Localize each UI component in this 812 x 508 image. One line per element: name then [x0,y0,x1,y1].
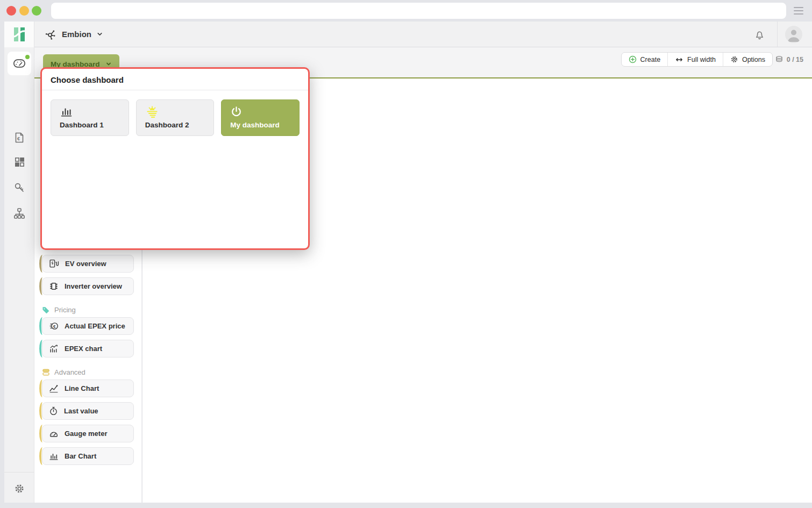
nav-sidebar: € [4,47,34,503]
tag-icon [42,306,50,314]
sidebar-item-dashboard[interactable] [8,52,31,75]
choose-dashboard-dialog: Choose dashboard Dashboard 1 Dashboard 2… [40,67,310,250]
widget-accent [39,380,46,397]
window-minimize-button[interactable] [19,6,29,16]
dashboard-options: Dashboard 1 Dashboard 2 My dashboard [42,90,308,145]
sidebar-item-widgets[interactable] [4,156,34,168]
header-divider [777,22,778,47]
widget-count: 0 / 15 [775,55,803,63]
sitemap-icon [13,207,26,220]
widget-accent [39,277,46,295]
bar-chart-icon [49,452,59,461]
window-zoom-button[interactable] [32,6,41,16]
org-name: Embion [62,30,91,39]
power-icon [230,106,243,118]
widget-section-pricing: Pricing [42,306,134,314]
toolbar-button-group: Create Full width Options [621,52,773,67]
widget-item-ev-overview[interactable]: EV overview [42,255,134,273]
price-chart-icon [49,344,59,353]
h-logo-icon [12,26,27,42]
browser-titlebar [0,0,812,22]
sidebar-item-billing[interactable]: € [4,131,34,144]
widget-accent [39,425,46,442]
full-width-button[interactable]: Full width [668,53,723,66]
dashboard-option-2[interactable]: Dashboard 2 [136,99,215,136]
arrows-horizontal-icon [675,56,683,63]
widget-count-label: 0 / 15 [787,56,803,63]
widget-item-label: EPEX chart [65,345,102,353]
dialog-title: Choose dashboard [42,69,308,90]
widget-item-label: Bar Chart [65,452,96,460]
sidebar-item-access[interactable] [4,181,34,194]
widget-accent [39,402,46,420]
sidebar-item-settings[interactable] [4,482,34,495]
widget-item-label: EV overview [65,260,106,268]
widget-item-label: Last value [64,407,98,415]
widget-item-label: Actual EPEX price [65,322,125,330]
dashboard-option-label: Dashboard 2 [145,121,205,129]
inverter-chip-icon [49,282,59,291]
speedometer-icon [12,56,26,70]
bar-chart-icon [60,106,73,118]
widget-item-gauge-meter[interactable]: Gauge meter [42,425,134,442]
sidebar-divider [4,472,34,473]
chevron-down-icon [105,61,112,67]
ev-charger-icon [49,259,59,268]
widget-item-label: Inverter overview [65,282,122,290]
app-logo[interactable] [4,22,34,47]
svg-text:€: € [53,324,56,329]
widget-accent [39,255,46,273]
avatar-icon [785,26,802,43]
stack-icon [775,55,783,63]
gauge-icon [49,429,59,438]
layers-icon [42,368,50,376]
key-icon [13,181,26,194]
line-chart-icon [49,384,59,393]
dashboard-option-my-dashboard[interactable]: My dashboard [221,99,300,136]
network-icon [44,28,57,41]
widget-item-label: Line Chart [65,384,99,392]
widget-item-epex-chart[interactable]: EPEX chart [42,340,134,357]
widget-item-actual-epex-price[interactable]: € Actual EPEX price [42,317,134,335]
widget-section-advanced: Advanced [42,368,134,376]
gear-icon [730,55,738,63]
full-width-label: Full width [687,56,716,63]
widget-accent [39,447,46,465]
widget-section-label: Pricing [54,306,76,314]
plus-circle-icon [629,55,637,63]
create-label: Create [640,56,661,63]
notifications-button[interactable] [753,28,766,41]
bell-icon [753,28,766,41]
browser-menu-icon[interactable] [794,7,803,17]
active-indicator-dot [25,55,30,59]
widget-item-last-value[interactable]: Last value [42,402,134,420]
dashboard-option-1[interactable]: Dashboard 1 [51,99,129,136]
sunrise-icon [145,106,159,118]
chevron-down-icon [96,31,103,38]
widget-section-label: Advanced [54,368,86,376]
widget-item-bar-chart[interactable]: Bar Chart [42,447,134,465]
widget-item-label: Gauge meter [65,430,107,438]
options-button[interactable]: Options [723,53,772,66]
create-button[interactable]: Create [622,53,668,66]
options-label: Options [742,56,765,63]
invoice-euro-icon: € [13,131,26,144]
widget-item-line-chart[interactable]: Line Chart [42,380,134,397]
address-bar[interactable] [51,3,786,19]
grid-icon [13,156,26,168]
svg-text:€: € [17,136,20,141]
app-header: Embion [4,22,812,47]
widget-accent [39,340,46,357]
window-close-button[interactable] [6,6,16,16]
dashboard-option-label: Dashboard 1 [60,121,120,129]
dashboard-option-label: My dashboard [230,121,290,129]
gear-icon [13,482,26,495]
coins-euro-icon: € [49,321,59,331]
sidebar-item-structure[interactable] [4,207,34,220]
stopwatch-icon [49,406,58,416]
widget-accent [39,317,46,335]
org-switcher[interactable]: Embion [44,22,103,47]
user-menu[interactable] [785,26,802,43]
widget-item-inverter-overview[interactable]: Inverter overview [42,277,134,295]
